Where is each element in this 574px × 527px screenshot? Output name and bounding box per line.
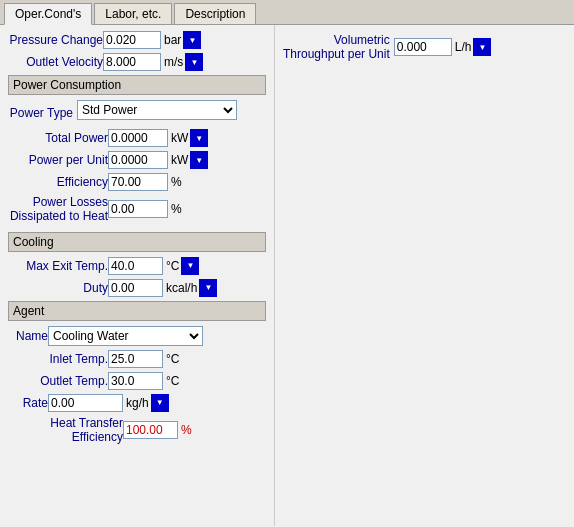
right-panel: Volumetric Throughput per Unit L/h bbox=[275, 25, 574, 526]
inlet-temp-label: Inlet Temp. bbox=[8, 352, 108, 366]
tab-bar: Oper.Cond's Labor, etc. Description bbox=[0, 0, 574, 25]
power-losses-unit: % bbox=[171, 202, 182, 216]
tab-operconds[interactable]: Oper.Cond's bbox=[4, 3, 92, 25]
duty-label: Duty bbox=[8, 281, 108, 295]
max-exit-temp-input[interactable] bbox=[108, 257, 163, 275]
outlet-temp-unit: °C bbox=[166, 374, 179, 388]
max-exit-temp-row: Max Exit Temp. °C bbox=[8, 257, 266, 275]
total-power-row: Total Power kW bbox=[8, 129, 266, 147]
outlet-temp-row: Outlet Temp. °C bbox=[8, 372, 266, 390]
heat-transfer-unit: % bbox=[181, 423, 192, 437]
left-panel: Pressure Change bar Outlet Velocity m/s … bbox=[0, 25, 275, 526]
efficiency-input[interactable] bbox=[108, 173, 168, 191]
outlet-velocity-unit: m/s bbox=[164, 55, 183, 69]
main-content: Pressure Change bar Outlet Velocity m/s … bbox=[0, 25, 574, 526]
duty-input[interactable] bbox=[108, 279, 163, 297]
duty-dropdown[interactable] bbox=[199, 279, 217, 297]
outlet-temp-label: Outlet Temp. bbox=[8, 374, 108, 388]
power-per-unit-unit: kW bbox=[171, 153, 188, 167]
total-power-label: Total Power bbox=[8, 131, 108, 145]
total-power-dropdown[interactable] bbox=[190, 129, 208, 147]
heat-transfer-label: Heat Transfer Efficiency bbox=[8, 416, 123, 444]
outlet-velocity-input[interactable] bbox=[103, 53, 161, 71]
inlet-temp-input[interactable] bbox=[108, 350, 163, 368]
outlet-velocity-label: Outlet Velocity bbox=[8, 55, 103, 69]
volumetric-label: Volumetric Throughput per Unit bbox=[283, 33, 390, 61]
duty-row: Duty kcal/h bbox=[8, 279, 266, 297]
pressure-change-unit: bar bbox=[164, 33, 181, 47]
volumetric-row: Volumetric Throughput per Unit L/h bbox=[283, 33, 566, 62]
heat-transfer-input[interactable] bbox=[123, 421, 178, 439]
power-type-row: Power Type Std Power Motor Engine bbox=[8, 100, 266, 125]
rate-row: Rate kg/h bbox=[8, 394, 266, 412]
pressure-change-row: Pressure Change bar bbox=[8, 31, 266, 49]
efficiency-unit: % bbox=[171, 175, 182, 189]
rate-input[interactable] bbox=[48, 394, 123, 412]
power-per-unit-dropdown[interactable] bbox=[190, 151, 208, 169]
throughput-dropdown[interactable] bbox=[473, 38, 491, 56]
efficiency-label: Efficiency bbox=[8, 175, 108, 189]
efficiency-row: Efficiency % bbox=[8, 173, 266, 191]
power-per-unit-row: Power per Unit kW bbox=[8, 151, 266, 169]
pressure-change-dropdown[interactable] bbox=[183, 31, 201, 49]
tab-description[interactable]: Description bbox=[174, 3, 256, 24]
power-type-select[interactable]: Std Power Motor Engine bbox=[77, 100, 237, 120]
max-exit-temp-dropdown[interactable] bbox=[181, 257, 199, 275]
rate-dropdown[interactable] bbox=[151, 394, 169, 412]
outlet-velocity-dropdown[interactable] bbox=[185, 53, 203, 71]
duty-unit: kcal/h bbox=[166, 281, 197, 295]
agent-header: Agent bbox=[8, 301, 266, 321]
throughput-input[interactable] bbox=[394, 38, 452, 56]
rate-label: Rate bbox=[8, 396, 48, 410]
inlet-temp-unit: °C bbox=[166, 352, 179, 366]
total-power-input[interactable] bbox=[108, 129, 168, 147]
max-exit-temp-unit: °C bbox=[166, 259, 179, 273]
throughput-unit: L/h bbox=[455, 40, 472, 54]
total-power-unit: kW bbox=[171, 131, 188, 145]
pressure-change-input[interactable] bbox=[103, 31, 161, 49]
pressure-change-label: Pressure Change bbox=[8, 33, 103, 47]
outlet-velocity-row: Outlet Velocity m/s bbox=[8, 53, 266, 71]
power-losses-row: Power Losses Dissipated to Heat % bbox=[8, 195, 266, 224]
heat-transfer-row: Heat Transfer Efficiency % bbox=[8, 416, 266, 444]
max-exit-temp-label: Max Exit Temp. bbox=[8, 259, 108, 273]
tab-labor[interactable]: Labor, etc. bbox=[94, 3, 172, 24]
cooling-header: Cooling bbox=[8, 232, 266, 252]
power-losses-label: Power Losses Dissipated to Heat bbox=[8, 195, 108, 224]
power-losses-input[interactable] bbox=[108, 200, 168, 218]
inlet-temp-row: Inlet Temp. °C bbox=[8, 350, 266, 368]
agent-name-row: Name Cooling Water Refrigerant Air bbox=[8, 326, 266, 346]
power-per-unit-input[interactable] bbox=[108, 151, 168, 169]
power-type-label: Power Type bbox=[8, 106, 73, 120]
outlet-temp-input[interactable] bbox=[108, 372, 163, 390]
rate-unit: kg/h bbox=[126, 396, 149, 410]
agent-name-select[interactable]: Cooling Water Refrigerant Air bbox=[48, 326, 203, 346]
power-consumption-header: Power Consumption bbox=[8, 75, 266, 95]
power-per-unit-label: Power per Unit bbox=[8, 153, 108, 167]
agent-name-label: Name bbox=[8, 329, 48, 343]
